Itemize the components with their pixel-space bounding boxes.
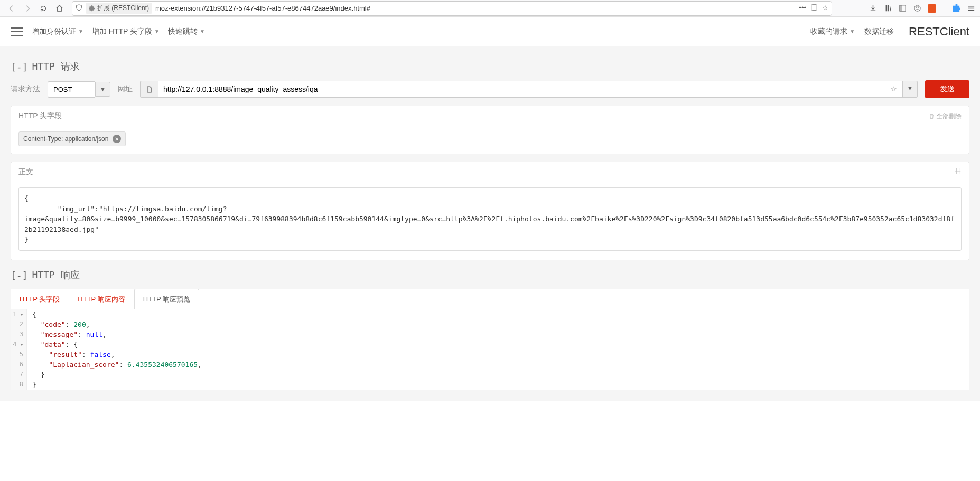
remove-header-button[interactable]: ✕: [113, 135, 121, 143]
url-input-group: ☆ ▼: [140, 81, 918, 98]
caret-down-icon: ▼: [154, 29, 160, 34]
code-line: 5 "result": false,: [11, 350, 969, 360]
menu-quick-nav-label: 快速跳转: [168, 27, 198, 36]
header-tag-text: Content-Type: application/json: [23, 135, 108, 143]
collapse-toggle[interactable]: [-]: [11, 270, 28, 281]
menu-add-auth-label: 增加身份认证: [32, 27, 76, 36]
body-panel: 正文: [11, 162, 969, 260]
main-content: [-] HTTP 请求 请求方法 ▼ 网址 ☆ ▼ 发送 HTTP 头字段 全部…: [0, 46, 980, 401]
request-section-label: HTTP 请求: [32, 60, 80, 73]
delete-all-headers[interactable]: 全部删除: [929, 111, 962, 121]
address-bar[interactable]: 扩展 (RESTClient) moz-extension://21b93127…: [72, 1, 832, 16]
reader-icon[interactable]: [810, 4, 818, 13]
app-header: 增加身份认证▼ 增加 HTTP 头字段▼ 快速跳转▼ 收藏的请求▼ 数据迁移 R…: [0, 17, 980, 46]
reload-button[interactable]: [36, 1, 51, 16]
back-button[interactable]: [4, 1, 19, 16]
nav-buttons: [4, 1, 67, 16]
url-favorite-button[interactable]: ☆: [885, 81, 903, 98]
code-line: 2 "code": 200,: [11, 319, 969, 329]
body-panel-title: 正文: [18, 167, 33, 177]
request-form-row: 请求方法 ▼ 网址 ☆ ▼ 发送: [11, 80, 969, 98]
code-line: 4 ▾ "data": {: [11, 339, 969, 350]
url-label: 网址: [118, 84, 133, 94]
body-panel-header: 正文: [11, 162, 969, 182]
back-icon: [8, 5, 15, 12]
body-format-icon[interactable]: [954, 167, 962, 177]
response-section-title: [-] HTTP 响应: [11, 269, 969, 281]
downloads-icon[interactable]: [868, 4, 878, 13]
menu-data-migrate-label: 数据迁移: [864, 27, 894, 36]
more-icon[interactable]: •••: [799, 4, 806, 13]
code-line: 3 "message": null,: [11, 329, 969, 339]
headers-panel-title: HTTP 头字段: [18, 111, 62, 121]
tab-response-preview[interactable]: HTTP 响应预览: [134, 289, 199, 309]
reload-icon: [40, 5, 47, 12]
menu-favorites-label: 收藏的请求: [810, 27, 847, 36]
hamburger-menu[interactable]: [11, 27, 23, 36]
request-body-textarea[interactable]: [18, 187, 962, 251]
url-text: moz-extension://21b93127-5747-4f57-af57-…: [155, 4, 796, 12]
puzzle-icon: [89, 5, 95, 12]
svg-rect-2: [899, 5, 902, 11]
document-icon: [146, 86, 153, 93]
menu-data-migrate[interactable]: 数据迁移: [864, 27, 894, 36]
response-tabs: HTTP 头字段 HTTP 响应内容 HTTP 响应预览: [11, 289, 969, 309]
code-text: null: [86, 331, 102, 338]
code-text: "data": [41, 341, 66, 348]
browser-chrome: 扩展 (RESTClient) moz-extension://21b93127…: [0, 0, 980, 17]
shield-icon: [76, 4, 82, 13]
header-tag[interactable]: Content-Type: application/json ✕: [18, 131, 126, 146]
trash-icon: [929, 114, 935, 119]
request-section-title: [-] HTTP 请求: [11, 60, 969, 73]
url-prefix-icon[interactable]: [140, 81, 158, 98]
code-line: 7 }: [11, 370, 969, 380]
browser-toolbar-right: [868, 4, 976, 13]
grid-icon: [954, 167, 962, 175]
menu-favorites[interactable]: 收藏的请求▼: [810, 27, 855, 36]
caret-down-icon: ▼: [200, 29, 205, 34]
code-text: }: [32, 371, 44, 379]
code-text: 6.435532406570165: [127, 361, 198, 369]
library-icon[interactable]: [883, 4, 892, 13]
response-section-label: HTTP 响应: [32, 269, 80, 281]
code-text: "message": [41, 331, 78, 338]
method-select-group: ▼: [48, 81, 110, 98]
code-text: 200: [73, 320, 86, 328]
extension-badge: 扩展 (RESTClient): [86, 3, 152, 14]
collapse-toggle[interactable]: [-]: [11, 61, 28, 72]
header-right: 收藏的请求▼ 数据迁移 RESTClient: [810, 25, 969, 39]
code-line: 8}: [11, 380, 969, 390]
code-text: {: [32, 310, 36, 318]
page-title-label: 扩展 (RESTClient): [97, 4, 149, 13]
url-dropdown[interactable]: ▼: [903, 81, 918, 98]
sidebar-icon[interactable]: [898, 4, 907, 13]
caret-down-icon: ▼: [78, 29, 83, 34]
forward-button[interactable]: [20, 1, 35, 16]
ubuntu-icon[interactable]: [927, 4, 937, 13]
code-text: "result": [49, 351, 82, 359]
home-button[interactable]: [52, 1, 67, 16]
addons-icon[interactable]: [951, 4, 961, 13]
account-icon[interactable]: [912, 4, 922, 13]
send-button[interactable]: 发送: [925, 80, 969, 98]
code-text: "Laplacian_score": [49, 361, 119, 369]
code-text: "code": [41, 320, 66, 328]
menu-add-header-label: 增加 HTTP 头字段: [92, 27, 152, 36]
method-input[interactable]: [48, 81, 95, 98]
code-text: }: [32, 381, 36, 389]
code-text: false: [90, 351, 111, 359]
code-line: 1 ▾{: [11, 309, 969, 319]
url-input[interactable]: [158, 81, 885, 98]
bookmark-star-icon[interactable]: ☆: [822, 4, 828, 13]
menu-add-header[interactable]: 增加 HTTP 头字段▼: [92, 27, 160, 36]
method-dropdown[interactable]: ▼: [95, 82, 110, 97]
forward-icon: [24, 5, 31, 12]
tab-response-body[interactable]: HTTP 响应内容: [69, 289, 134, 309]
menu-add-auth[interactable]: 增加身份认证▼: [32, 27, 83, 36]
headers-panel-header: HTTP 头字段 全部删除: [11, 106, 969, 126]
menu-quick-nav[interactable]: 快速跳转▼: [168, 27, 205, 36]
menu-icon[interactable]: [966, 4, 976, 13]
tab-response-headers[interactable]: HTTP 头字段: [11, 289, 69, 309]
headers-panel-body: Content-Type: application/json ✕: [11, 126, 969, 154]
caret-down-icon: ▼: [850, 29, 855, 34]
